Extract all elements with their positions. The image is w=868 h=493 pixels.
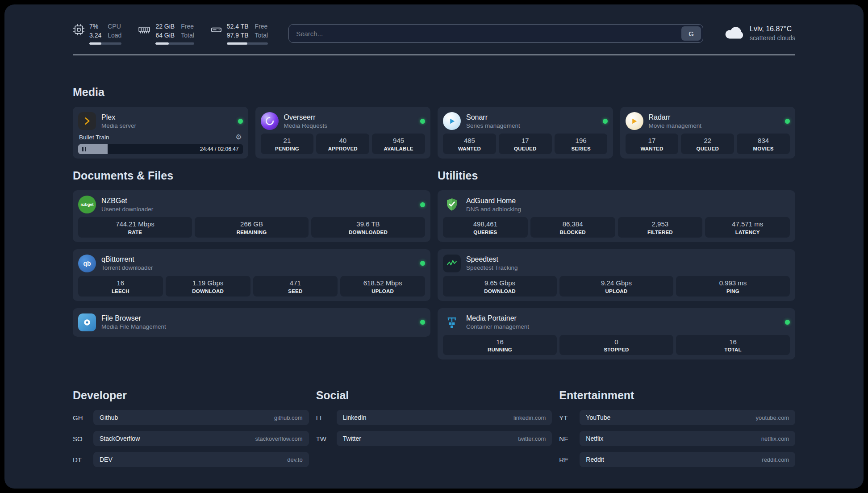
- cpu-widget: 7% 3.24 CPU Load: [73, 22, 121, 44]
- stat-label: WANTED: [627, 146, 677, 151]
- service-name: Sonarr: [466, 113, 520, 121]
- pause-icon[interactable]: [82, 147, 86, 151]
- speedtest-icon: [443, 255, 461, 272]
- stat-value: 22: [683, 137, 732, 145]
- service-link-nzbget[interactable]: nzbget NZBGet Usenet downloader: [78, 195, 425, 214]
- section-media: Media Plex Media server: [73, 86, 795, 159]
- bookmark-list-entertainment: YT YouTube youtube.com NF Netflix netfli…: [559, 410, 795, 467]
- qbittorrent-icon: qb: [78, 255, 96, 272]
- status-dot: [420, 261, 425, 266]
- weather-location-temp: Lviv, 16.87°C: [750, 24, 795, 34]
- bookmark-abbr: SO: [73, 435, 93, 443]
- bookmark-row: TW Twitter twitter.com: [316, 431, 552, 446]
- bookmark-link[interactable]: DEV dev.to: [93, 452, 309, 467]
- disk-progress-bar: [227, 42, 268, 45]
- stat-box: 9.65 Gbps DOWNLOAD: [443, 276, 557, 297]
- service-link-qbittorrent[interactable]: qb qBittorrent Torrent downloader: [78, 254, 425, 273]
- service-desc: Container management: [466, 323, 529, 330]
- bookmark-url: github.com: [274, 414, 303, 421]
- service-stats: 17 WANTED 22 QUEUED 834 MOVIES: [626, 134, 790, 154]
- service-name: File Browser: [101, 314, 166, 322]
- service-desc: Usenet downloader: [101, 206, 153, 213]
- bookmark-link[interactable]: Twitter twitter.com: [337, 431, 552, 446]
- service-card-speedtest: Speedtest Speedtest Tracking 9.65 Gbps D…: [438, 249, 795, 301]
- service-link-overseerr[interactable]: Overseerr Media Requests: [261, 111, 426, 131]
- section-title-social: Social: [316, 389, 552, 402]
- bookmark-link[interactable]: YouTube youtube.com: [580, 410, 795, 425]
- stat-box: 1.19 Gbps DOWNLOAD: [166, 276, 250, 297]
- search-provider-button[interactable]: G: [681, 26, 701, 41]
- service-link-sonarr[interactable]: Sonarr Series management: [443, 111, 608, 131]
- service-link-adguard[interactable]: AdGuard Home DNS and adblocking: [443, 195, 790, 214]
- cpu-loadavg: 3.24: [89, 31, 101, 40]
- overseerr-icon: [261, 112, 279, 130]
- stat-value: 1.19 Gbps: [167, 279, 249, 288]
- stat-box: 9.24 Gbps UPLOAD: [559, 276, 673, 297]
- service-link-radarr[interactable]: Radarr Movie management: [626, 111, 790, 131]
- bookmark-name: StackOverflow: [100, 435, 140, 442]
- player-time: 24:44 / 02:06:47: [200, 146, 243, 152]
- stat-value: 0: [561, 338, 672, 347]
- stat-box: 618.52 Mbps UPLOAD: [340, 276, 425, 297]
- service-card-radarr: Radarr Movie management 17 WANTED 22 QUE…: [620, 107, 796, 159]
- memory-free-label: Free: [181, 22, 194, 31]
- service-desc: Series management: [466, 122, 520, 129]
- bookmark-link[interactable]: Reddit reddit.com: [580, 452, 795, 467]
- memory-icon: [138, 24, 151, 38]
- service-desc: Speedtest Tracking: [466, 264, 518, 271]
- stat-box: 21 PENDING: [261, 134, 314, 154]
- disk-progress-fill: [227, 42, 247, 45]
- stat-label: PING: [678, 288, 788, 294]
- bookmark-row: RE Reddit reddit.com: [559, 452, 795, 467]
- stat-value: 471: [255, 279, 336, 288]
- stat-value: 618.52 Mbps: [342, 279, 423, 288]
- cpu-progress-fill: [89, 42, 101, 45]
- search-input[interactable]: [288, 24, 703, 43]
- status-dot: [420, 320, 425, 325]
- disk-free: 52.4 TB: [227, 22, 249, 31]
- stat-label: LEECH: [80, 288, 161, 294]
- bookmark-row: GH Github github.com: [73, 410, 309, 425]
- bookmark-url: netflix.com: [761, 435, 789, 442]
- disk-icon: [210, 24, 222, 38]
- service-link-filebrowser[interactable]: File Browser Media File Management: [78, 313, 425, 332]
- service-link-plex[interactable]: Plex Media server: [78, 111, 243, 131]
- bookmark-row: LI LinkedIn linkedin.com: [316, 410, 552, 425]
- player-settings-icon[interactable]: ⚙: [235, 134, 242, 141]
- stat-box: 17 WANTED: [626, 134, 679, 154]
- bookmark-abbr: LI: [316, 414, 337, 422]
- cpu-label: CPU: [108, 22, 121, 31]
- memory-free: 22 GiB: [155, 22, 175, 31]
- bookmark-link[interactable]: LinkedIn linkedin.com: [337, 410, 552, 425]
- service-desc: DNS and adblocking: [466, 206, 521, 213]
- service-name: Overseerr: [284, 113, 328, 121]
- service-card-qbittorrent: qb qBittorrent Torrent downloader 16 LEE…: [73, 249, 430, 301]
- bookmark-link[interactable]: StackOverflow stackoverflow.com: [93, 431, 309, 446]
- memory-progress-fill: [155, 42, 168, 45]
- section-developer: Developer GH Github github.com SO StackO…: [73, 389, 309, 473]
- bookmark-row: NF Netflix netflix.com: [559, 431, 795, 446]
- portainer-icon: [443, 313, 461, 331]
- bookmark-link[interactable]: Github github.com: [93, 410, 309, 425]
- player-progress-bar[interactable]: 24:44 / 02:06:47: [78, 144, 243, 154]
- bookmark-link[interactable]: Netflix netflix.com: [580, 431, 795, 446]
- stat-value: 16: [678, 338, 788, 347]
- stat-label: SEED: [255, 288, 336, 294]
- service-desc: Torrent downloader: [101, 264, 153, 271]
- stat-label: RATE: [80, 230, 190, 235]
- status-dot: [238, 119, 243, 124]
- bookmark-list-social: LI LinkedIn linkedin.com TW Twitter twit…: [316, 410, 552, 446]
- stat-box: 22 QUEUED: [681, 134, 734, 154]
- dashboard-content: 7% 3.24 CPU Load: [73, 4, 795, 473]
- stat-label: FILTERED: [620, 230, 701, 235]
- topbar: 7% 3.24 CPU Load: [73, 21, 795, 46]
- stat-label: WANTED: [445, 146, 494, 151]
- service-link-speedtest[interactable]: Speedtest Speedtest Tracking: [443, 254, 790, 273]
- service-link-portainer[interactable]: Media Portainer Container management: [443, 313, 790, 332]
- status-dot: [420, 119, 425, 124]
- service-name: Plex: [101, 113, 136, 121]
- stat-box: 266 GB REMAINING: [195, 217, 309, 238]
- service-desc: Media File Management: [101, 323, 166, 330]
- topbar-divider: [73, 54, 795, 55]
- bookmark-abbr: GH: [73, 414, 93, 422]
